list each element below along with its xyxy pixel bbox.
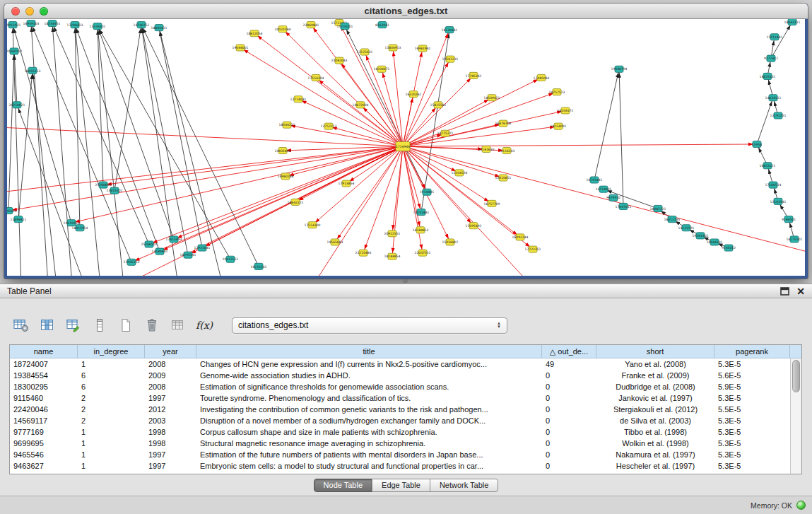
minimize-window-icon[interactable] [25,7,34,16]
network-edge[interactable] [392,146,403,257]
network-node[interactable]: 8163041 [375,22,389,28]
network-node[interactable]: 19154091 [551,123,567,129]
network-node[interactable]: 12103541 [770,198,787,204]
network-node[interactable]: 10831608 [275,148,291,154]
column-header-year[interactable]: year [145,345,196,358]
network-node[interactable]: 19448794 [611,66,628,72]
network-node[interactable]: 14434111 [765,95,782,101]
scrollbar-thumb[interactable] [792,360,800,392]
table-row[interactable]: 1872400712008Changes of HCN gene express… [10,358,801,370]
network-node[interactable]: 14131591 [678,225,695,231]
network-node[interactable]: 15724201 [337,23,353,30]
network-edge[interactable] [75,25,160,252]
network-node[interactable]: 14740751 [134,22,150,28]
table-row[interactable]: 1938455462009Genome-wide association stu… [10,370,801,381]
column-header-name[interactable]: name [10,345,78,358]
network-edge[interactable] [141,25,259,267]
network-node[interactable]: 18612054 [247,30,263,37]
network-node[interactable]: 9245012 [722,245,736,251]
network-node[interactable]: 20412551 [223,256,239,262]
table-scrollbar[interactable] [790,358,801,474]
network-edge[interactable] [202,146,403,248]
network-edge[interactable] [159,28,202,247]
column-header-short[interactable]: short [596,345,714,358]
network-node[interactable]: 9284501 [782,216,796,223]
network-node[interactable]: 12161610 [478,146,495,152]
network-node[interactable]: 16959103 [23,21,40,27]
network-node[interactable]: 16253141 [251,263,267,269]
network-node[interactable]: 22037551 [415,250,431,256]
network-node[interactable]: 18015954 [72,225,88,231]
network-edge[interactable] [403,94,413,146]
network-node[interactable]: 12191251 [770,112,787,119]
network-edge[interactable] [757,98,773,144]
network-edge[interactable] [339,23,403,146]
table-row[interactable]: 969969511998Structural magnetic resonanc… [10,438,801,449]
network-node[interactable]: 14960288 [278,173,294,180]
network-node[interactable]: 16104171 [558,107,574,114]
network-node[interactable]: 16642221 [288,199,304,205]
network-node[interactable]: 18295141 [180,252,196,258]
network-node[interactable]: 16961941 [415,45,431,52]
tab-node-table[interactable]: Node Table [314,479,372,492]
network-node[interactable]: 22082043 [331,57,348,64]
network-node[interactable]: 25260650 [95,182,112,188]
network-edge[interactable] [8,146,403,211]
zoom-window-icon[interactable] [40,7,48,16]
import-table-icon[interactable] [168,316,188,334]
network-node[interactable]: 19915921 [7,22,21,28]
network-node[interactable]: 15376501 [90,23,106,30]
network-node[interactable]: 19561302 [693,233,709,239]
network-edge[interactable] [98,26,124,276]
network-node[interactable]: 15825581 [430,102,447,108]
network-edge[interactable] [619,69,623,206]
network-edge[interactable] [403,146,423,253]
network-node[interactable]: 16092244 [512,234,529,240]
network-node[interactable]: 17047011 [616,203,632,209]
network-node[interactable]: 17485083 [534,74,550,81]
network-node[interactable]: 15911441 [767,34,783,40]
panel-resize-grip[interactable] [403,279,408,283]
network-node[interactable]: 18844411 [151,25,167,31]
network-node[interactable]: 18041311 [784,19,801,25]
network-node[interactable]: 25266501 [141,241,158,247]
network-edge[interactable] [75,25,100,276]
network-node-hub[interactable]: 1724946 [396,141,410,151]
network-edge[interactable] [363,146,403,253]
new-file-icon[interactable] [116,316,136,334]
network-node[interactable]: 21215483 [355,250,372,256]
network-edge[interactable] [33,71,57,276]
network-node[interactable]: 20250621 [9,102,25,108]
network-edge[interactable] [393,47,403,146]
network-edge[interactable] [17,105,85,276]
window-titlebar[interactable]: citations_edges.txt [4,4,808,19]
network-node[interactable]: 12894411 [11,216,27,223]
network-node[interactable]: 16011135 [664,216,681,223]
network-node[interactable]: 14584841 [152,248,168,255]
network-node[interactable]: 1914845 [420,189,434,195]
network-edge[interactable] [594,69,619,180]
network-node[interactable]: 17785342 [466,72,482,78]
network-node[interactable]: 17204413 [67,22,83,28]
network-node[interactable]: 9277411 [764,55,778,62]
network-node[interactable]: 19044001 [233,45,249,51]
function-builder-icon[interactable]: f(x) [194,316,214,334]
network-node[interactable]: 11805053 [7,207,17,214]
column-header-pagerank[interactable]: pagerank [714,345,790,358]
network-node[interactable]: 18509421 [484,95,500,101]
network-node[interactable]: 12752112 [321,123,337,129]
table-row[interactable]: 946362711997Embryonic stem cells: a mode… [10,460,801,472]
network-node[interactable]: 16320261 [406,91,422,98]
network-node[interactable]: 15815501 [107,187,123,194]
network-node[interactable]: 19565683 [327,239,343,245]
network-node[interactable]: 18184854 [384,253,401,259]
network-node[interactable]: 18081121 [650,205,666,211]
network-node[interactable]: 14584853 [413,227,429,233]
network-node[interactable]: 16775101 [787,236,803,243]
network-node[interactable]: 18544221 [279,122,295,128]
network-node[interactable]: 16791441 [587,177,603,183]
network-node[interactable]: 16853121 [760,163,776,169]
float-window-icon[interactable] [779,286,789,296]
network-node[interactable]: 20922551 [384,230,401,237]
table-row[interactable]: 1456911722003Disruption of a novel membe… [10,415,801,426]
